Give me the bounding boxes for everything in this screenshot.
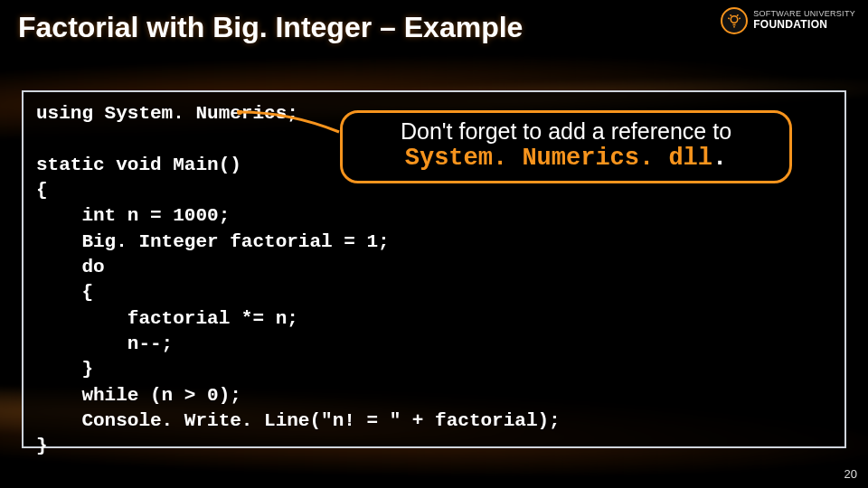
lightbulb-icon — [721, 7, 748, 34]
callout-code-text: System. Numerics. dll — [405, 145, 712, 172]
callout-period: . — [712, 145, 727, 172]
code-line: int n = 1000; — [36, 205, 230, 226]
slide-number: 20 — [844, 467, 857, 481]
logo-line2: FOUNDATION — [753, 19, 855, 31]
code-line: using System. Numerics; — [36, 103, 298, 124]
code-line: Big. Integer factorial = 1; — [36, 231, 390, 252]
callout-box: Don't forget to add a reference to Syste… — [340, 110, 792, 183]
callout-line2: System. Numerics. dll. — [355, 145, 777, 172]
logo: SOFTWARE UNIVERSITY FOUNDATION — [721, 7, 855, 34]
code-line: do — [36, 257, 105, 277]
code-line: Console. Write. Line("n! = " + factorial… — [36, 410, 561, 431]
callout-line1: Don't forget to add a reference to — [355, 118, 777, 145]
code-line: static void Main() — [36, 155, 241, 175]
code-line: { — [36, 282, 93, 303]
code-line: n--; — [36, 333, 173, 354]
logo-text: SOFTWARE UNIVERSITY FOUNDATION — [753, 10, 855, 31]
slide-title: Factorial with Big. Integer – Example — [18, 11, 523, 44]
svg-point-0 — [731, 16, 738, 23]
code-line: { — [36, 180, 48, 201]
code-line: } — [36, 359, 93, 380]
code-line: } — [36, 436, 48, 456]
code-line: while (n > 0); — [36, 385, 241, 406]
code-line: factorial *= n; — [36, 308, 298, 329]
